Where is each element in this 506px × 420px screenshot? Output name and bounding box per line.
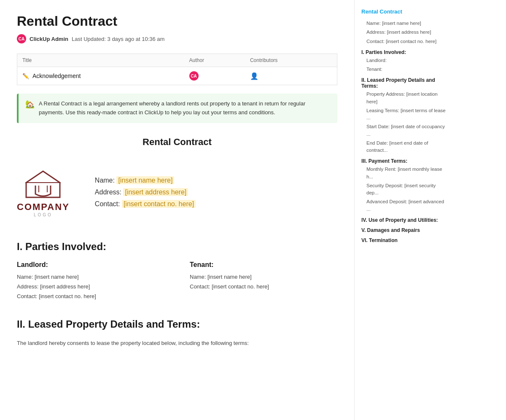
info-box: 🏡 A Rental Contract is a legal arrangeme…: [17, 94, 337, 123]
sidebar-section-parties[interactable]: I. Parties Involved:: [361, 48, 449, 56]
sidebar-item-leasing-terms[interactable]: Leasing Terms: [insert terms of lease ..…: [361, 106, 449, 123]
sidebar-item-monthly-rent[interactable]: Monthly Rent: [insert monthly lease h...: [361, 165, 449, 181]
contact-field: Contact: [insert contact no. here]: [95, 200, 196, 208]
last-updated: Last Updated: 3 days ago at 10:36 am: [72, 36, 164, 42]
sidebar-item-security-deposit[interactable]: Security Deposit: [insert security dep..…: [361, 181, 449, 198]
landlord-name: Name: [insert name here]: [17, 272, 164, 282]
sidebar-section-termination[interactable]: VI. Termination: [361, 236, 449, 244]
sidebar-section-payment[interactable]: III. Payment Terms:: [361, 156, 449, 165]
section2-heading: II. Leased Property Details and Terms:: [17, 318, 337, 330]
tenant-block: Tenant: Name: [insert name here] Contact…: [190, 261, 337, 302]
sidebar-item-advanced-deposit[interactable]: Advanced Deposit: [insert advanced ...: [361, 197, 449, 214]
landlord-contact: Contact: [insert contact no. here]: [17, 291, 164, 301]
sidebar-section-utilities[interactable]: IV. Use of Property and Utilities:: [361, 215, 449, 224]
col-title: Title: [17, 54, 184, 67]
meta-bar: CA ClickUp Admin Last Updated: 3 days ag…: [17, 34, 337, 43]
page-title: Rental Contract: [17, 13, 337, 29]
sidebar-item-start-date[interactable]: Start Date: [insert date of occupancy ..…: [361, 122, 449, 139]
sidebar-item-name[interactable]: Name: [insert name here]: [361, 19, 449, 28]
landlord-info: Name: [insert name here] Address: [inser…: [17, 272, 164, 302]
company-sub: LOGO: [34, 213, 53, 217]
contributors-icon: 👤: [250, 73, 258, 80]
svg-marker-0: [26, 171, 60, 197]
landlord-address: Address: [insert address here]: [17, 282, 164, 291]
section2: II. Leased Property Details and Terms: T…: [17, 318, 337, 348]
author-name: ClickUp Admin: [30, 36, 68, 42]
sidebar-item-address[interactable]: Address: [insert address here]: [361, 28, 449, 37]
document-body: Rental Contract COMPANY LOGO: [17, 137, 337, 348]
section1-heading: I. Parties Involved:: [17, 241, 337, 253]
document-table: Title Author Contributors ✏️ Acknowledge…: [17, 54, 337, 85]
col-contributors: Contributors: [245, 54, 337, 67]
sidebar-item-property-address[interactable]: Property Address: [insert location here]: [361, 90, 449, 106]
info-emoji: 🏡: [25, 100, 35, 109]
company-logo: COMPANY LOGO: [17, 168, 70, 217]
address-field: Address: [insert address here]: [95, 188, 196, 196]
tenant-name: Name: [insert name here]: [190, 272, 337, 282]
company-info: Name: [insert name here] Address: [inser…: [95, 177, 196, 208]
sidebar-section-leased[interactable]: II. Leased Property Details and Terms:: [361, 75, 449, 90]
author-avatar-row: CA: [189, 71, 199, 81]
sidebar-title[interactable]: Rental Contract: [361, 8, 449, 15]
tenant-label: Tenant:: [190, 261, 337, 269]
tenant-info: Name: [insert name here] Contact: [inser…: [190, 272, 337, 292]
section2-body: The landlord hereby consents to lease th…: [17, 339, 337, 348]
address-value[interactable]: [insert address here]: [123, 188, 188, 196]
info-text: A Rental Contract is a legal arrangement…: [39, 100, 331, 117]
doc-title[interactable]: Acknowledgement: [32, 73, 81, 79]
sidebar-item-landlord[interactable]: Landlord:: [361, 56, 449, 65]
contact-value[interactable]: [insert contact no. here]: [122, 200, 196, 208]
company-name: COMPANY: [17, 202, 70, 213]
sidebar-section-damages[interactable]: V. Damages and Repairs: [361, 226, 449, 234]
edit-icon[interactable]: ✏️: [22, 73, 29, 79]
landlord-label: Landlord:: [17, 261, 164, 269]
name-value[interactable]: [insert name here]: [116, 176, 174, 184]
sidebar-item-end-date[interactable]: End Date: [insert end date of contract..…: [361, 139, 449, 155]
name-field: Name: [insert name here]: [95, 177, 196, 184]
col-author: Author: [184, 54, 245, 67]
company-section: COMPANY LOGO Name: [insert name here] Ad…: [17, 161, 337, 224]
table-row: ✏️ Acknowledgement CA 👤: [17, 67, 337, 85]
logo-svg: [18, 168, 68, 202]
landlord-block: Landlord: Name: [insert name here] Addre…: [17, 261, 164, 302]
doc-main-heading: Rental Contract: [17, 137, 337, 148]
svg-marker-1: [26, 171, 60, 183]
parties-grid: Landlord: Name: [insert name here] Addre…: [17, 261, 337, 302]
sidebar-item-tenant[interactable]: Tenant:: [361, 65, 449, 74]
tenant-contact: Contact: [insert contact no. here]: [190, 282, 337, 291]
sidebar: Rental Contract Name: [insert name here]…: [354, 0, 455, 420]
sidebar-item-contact[interactable]: Contact: [insert contact no. here]: [361, 37, 449, 46]
author-avatar: CA: [17, 34, 26, 43]
